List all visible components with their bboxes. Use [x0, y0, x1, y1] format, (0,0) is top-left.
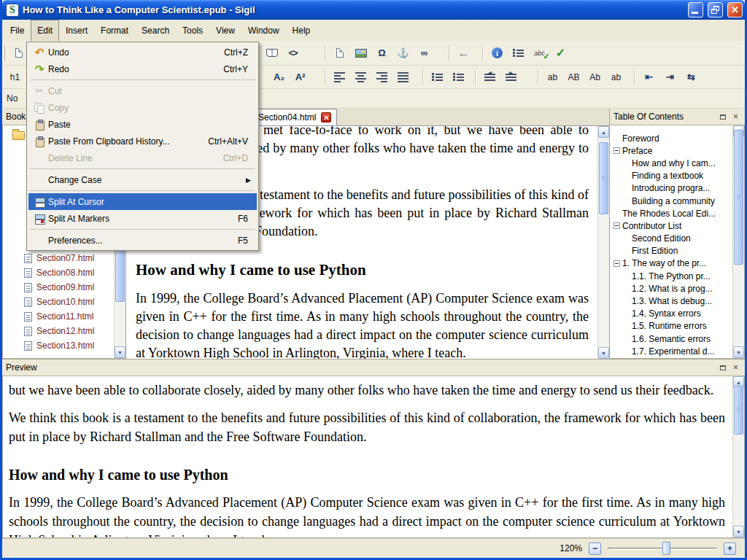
- toc-item[interactable]: 1.6. Semantic errors: [610, 332, 732, 345]
- file-list-item[interactable]: Section08.html: [3, 265, 125, 280]
- editor-scrollbar[interactable]: ▲ ▼: [597, 126, 609, 359]
- file-list-item[interactable]: Section11.html: [3, 309, 125, 324]
- align-right-button[interactable]: [372, 68, 392, 86]
- menu-tools[interactable]: Tools: [176, 20, 209, 41]
- toc-item[interactable]: Second Edition: [610, 233, 732, 245]
- menu-item-change-case[interactable]: Change Case ▶: [28, 171, 257, 188]
- spellcheck-button[interactable]: abc✓: [530, 44, 549, 62]
- text-direction-rtl-button[interactable]: ⇥: [660, 68, 680, 86]
- toc-item[interactable]: Introducing progra...: [610, 182, 732, 195]
- titlecase-button[interactable]: Ab: [585, 68, 605, 86]
- preview-scrollbar[interactable]: ▲ ▼: [732, 376, 744, 537]
- increase-indent-button[interactable]: ▸: [501, 68, 521, 86]
- float-dock-icon[interactable]: [717, 112, 728, 122]
- back-button[interactable]: ←: [454, 44, 473, 62]
- close-dock-icon[interactable]: ×: [730, 362, 741, 373]
- toc-item[interactable]: How and why I cam...: [610, 157, 732, 169]
- file-list-item[interactable]: Section09.html: [3, 280, 125, 295]
- toc-item[interactable]: 1.7. Experimental d...: [610, 345, 732, 357]
- menu-window[interactable]: Window: [241, 20, 286, 41]
- text-direction-default-button[interactable]: ⇆: [681, 68, 701, 86]
- menu-file[interactable]: File: [4, 20, 31, 41]
- toc-item[interactable]: 1. The way of the pr...: [610, 257, 732, 270]
- float-dock-icon[interactable]: [717, 362, 728, 373]
- file-list-item[interactable]: Section07.html: [3, 251, 125, 265]
- insert-id-button[interactable]: ⚓: [393, 44, 413, 62]
- book-view-button[interactable]: [262, 44, 282, 62]
- menu-item-undo[interactable]: ↶ Undo Ctrl+Z: [28, 44, 257, 61]
- text-direction-ltr-button[interactable]: ⇤: [639, 68, 659, 86]
- toc-item[interactable]: 1.4. Syntax errors: [610, 308, 732, 320]
- menu-item-preferences[interactable]: Preferences... F5: [28, 232, 257, 249]
- normal-style-button[interactable]: No: [7, 93, 18, 104]
- collapse-icon[interactable]: [614, 147, 620, 154]
- scroll-up-icon[interactable]: ▲: [598, 126, 609, 138]
- subscript-button[interactable]: A₂: [269, 68, 289, 86]
- collapse-icon[interactable]: [614, 260, 620, 267]
- toolbar-handle[interactable]: [3, 45, 5, 61]
- bullet-list-button[interactable]: [427, 68, 447, 86]
- insert-image-button[interactable]: [351, 44, 371, 62]
- file-list-item[interactable]: Section10.html: [3, 295, 125, 309]
- slider-thumb[interactable]: [662, 542, 670, 555]
- metadata-button[interactable]: i: [487, 44, 507, 62]
- menu-search[interactable]: Search: [135, 20, 176, 41]
- code-view-button[interactable]: <>: [283, 44, 303, 62]
- scroll-down-icon[interactable]: ▼: [598, 347, 609, 359]
- toc-item[interactable]: Preface: [610, 144, 732, 157]
- special-character-button[interactable]: Ω: [372, 44, 392, 62]
- scroll-down-icon[interactable]: ▼: [733, 346, 744, 358]
- insert-link-button[interactable]: ∞: [414, 44, 434, 62]
- scrollbar-thumb[interactable]: [734, 386, 743, 434]
- toc-item[interactable]: Foreword: [610, 132, 732, 144]
- scrollbar-thumb[interactable]: [599, 142, 608, 214]
- restore-button[interactable]: [708, 2, 723, 18]
- new-file-button[interactable]: [9, 44, 28, 62]
- superscript-button[interactable]: A²: [290, 68, 310, 86]
- toc-item[interactable]: The Rhodes Local Edi...: [610, 207, 732, 219]
- menu-help[interactable]: Help: [286, 20, 317, 41]
- scrollbar-thumb[interactable]: [734, 130, 743, 265]
- lowercase-button[interactable]: ab: [543, 68, 562, 86]
- tab-close-icon[interactable]: ✕: [321, 112, 331, 122]
- toc-scrollbar[interactable]: ▲ ▼: [732, 125, 744, 358]
- close-button[interactable]: ✕: [727, 2, 743, 18]
- menu-item-paste[interactable]: Paste: [28, 116, 257, 133]
- toc-item[interactable]: 1.1. The Python pr...: [610, 270, 732, 282]
- numbered-list-button[interactable]: [449, 68, 468, 86]
- toc-edit-button[interactable]: [508, 44, 528, 62]
- zoom-out-button[interactable]: −: [589, 542, 601, 555]
- minimize-button[interactable]: [688, 2, 703, 18]
- menu-insert[interactable]: Insert: [59, 20, 94, 41]
- toc-item[interactable]: 1.2. What is a prog...: [610, 282, 732, 295]
- toc-item[interactable]: Contributor List: [610, 219, 732, 232]
- align-justify-button[interactable]: [393, 68, 413, 86]
- scroll-down-icon[interactable]: ▼: [733, 526, 744, 537]
- align-center-button[interactable]: [351, 68, 371, 86]
- insert-file-button[interactable]: [330, 44, 349, 62]
- toc-item[interactable]: 1.5. Runtime errors: [610, 320, 732, 332]
- menu-edit[interactable]: Edit: [31, 20, 59, 41]
- wellformed-check-button[interactable]: ✓: [551, 44, 570, 62]
- menu-view[interactable]: View: [209, 20, 241, 41]
- toc-item[interactable]: Finding a textbook: [610, 170, 732, 182]
- toc-item[interactable]: First Edition: [610, 245, 732, 257]
- menu-item-redo[interactable]: ↷ Redo Ctrl+Y: [28, 61, 257, 77]
- uppercase-button[interactable]: AB: [564, 68, 584, 86]
- scroll-down-icon[interactable]: ▼: [115, 346, 125, 358]
- zoom-in-button[interactable]: +: [724, 542, 736, 555]
- heading1-button[interactable]: h1: [5, 68, 25, 86]
- file-list-item[interactable]: Section12.html: [3, 324, 125, 338]
- align-left-button[interactable]: [330, 68, 349, 86]
- zoom-slider[interactable]: [608, 541, 717, 556]
- file-list-item[interactable]: Section13.html: [3, 338, 125, 353]
- toc-item[interactable]: Building a community: [610, 195, 732, 207]
- folder-icon[interactable]: [12, 131, 25, 140]
- toc-item[interactable]: 1.3. What is debug...: [610, 295, 732, 307]
- menu-item-paste-from-history[interactable]: Paste From Clipboard History... Ctrl+Alt…: [28, 133, 257, 149]
- close-dock-icon[interactable]: ×: [730, 112, 741, 122]
- decrease-indent-button[interactable]: ◂: [480, 68, 500, 86]
- collapse-icon[interactable]: [614, 222, 620, 229]
- capitalize-button[interactable]: ab: [606, 68, 626, 86]
- menu-format[interactable]: Format: [94, 20, 135, 41]
